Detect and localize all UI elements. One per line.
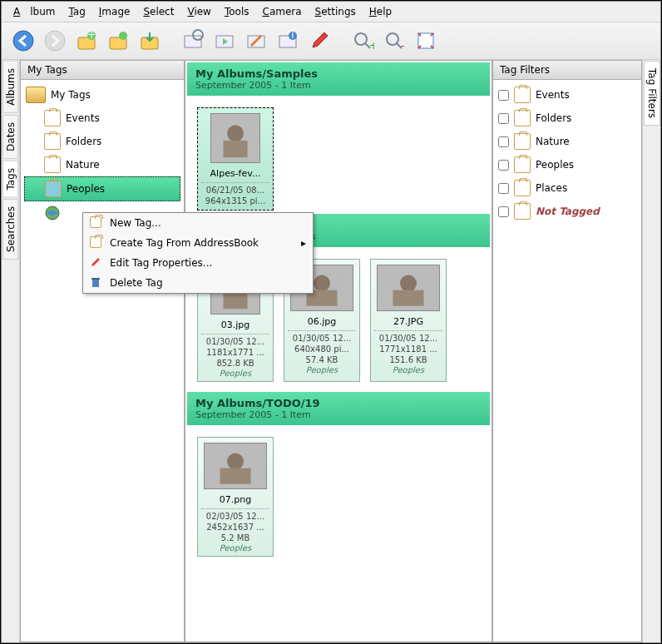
thumbnail-image (204, 443, 267, 489)
ctx-create-from-addressbook[interactable]: Create Tag From AddressBook ▸ (83, 233, 313, 253)
tag-icon (514, 110, 531, 126)
thumb-tag: Peoples (374, 365, 442, 374)
filter-places[interactable]: Places (496, 176, 638, 200)
globe-icon (44, 205, 61, 221)
thumb-tag: Peoples (201, 369, 269, 378)
fullscreen-button[interactable] (413, 27, 439, 54)
thumbnail[interactable]: Alpes-fev...06/21/05 08...964x1315 pi... (197, 107, 274, 211)
vtab-dates[interactable]: Dates (2, 115, 18, 159)
filter-folders[interactable]: Folders (496, 107, 638, 130)
back-button[interactable] (10, 27, 37, 54)
tag-filters-title: Tag Filters (493, 61, 641, 80)
menu-tag[interactable]: Tag (63, 4, 90, 19)
filter-checkbox[interactable] (498, 113, 509, 124)
filter-checkbox[interactable] (498, 206, 509, 217)
thumbnail-area[interactable]: My Albums/SamplesSeptember 2005 - 1 Item… (185, 60, 492, 642)
tag-context-menu: New Tag... Create Tag From AddressBook ▸… (82, 212, 314, 294)
tree-item-folders[interactable]: Folders (24, 130, 180, 153)
svg-point-33 (400, 275, 417, 292)
image-edit-button[interactable] (243, 27, 269, 54)
tag-icon (90, 236, 103, 250)
filter-checkbox[interactable] (498, 90, 509, 101)
menu-album[interactable]: Album (8, 4, 60, 19)
view-image-button[interactable] (180, 27, 206, 54)
album-subtitle: September 2005 - 1 Item (195, 409, 482, 420)
tree-item-nature[interactable]: Nature (24, 153, 180, 176)
tag-icon (44, 133, 61, 150)
ctx-edit-tag[interactable]: Edit Tag Properties... (83, 253, 313, 273)
new-album-button[interactable]: + (73, 27, 100, 54)
menu-camera[interactable]: Camera (257, 4, 306, 19)
forward-button[interactable] (42, 27, 68, 54)
filter-nottagged[interactable]: Not Tagged (496, 200, 638, 223)
tag-icon (90, 216, 103, 230)
tag-icon (514, 203, 531, 220)
import-button[interactable] (136, 27, 163, 54)
filter-peoples[interactable]: Peoples (496, 153, 638, 176)
menu-select[interactable]: Select (138, 4, 179, 19)
tags-tree[interactable]: My Tags Events Folders Nature Peoples (21, 80, 184, 642)
right-vertical-tabs: Tag Filters (642, 60, 660, 642)
trash-icon (90, 276, 103, 290)
svg-point-6 (119, 32, 127, 40)
svg-rect-28 (224, 292, 248, 309)
thumbnail-row: Alpes-fev...06/21/05 08...964x1315 pi... (187, 97, 490, 220)
ctx-delete-tag[interactable]: Delete Tag (83, 273, 313, 293)
thumb-name: 06.jpg (288, 315, 356, 329)
thumb-name: 27.JPG (374, 315, 442, 329)
tag-icon (44, 156, 61, 173)
svg-text:i: i (291, 29, 294, 41)
filter-checkbox[interactable] (498, 160, 509, 171)
filter-list: Events Folders Nature Peoples Places Not… (493, 80, 641, 642)
thumbnail[interactable]: 27.JPG01/30/05 12...1771x1181 ...151.6 K… (370, 259, 447, 382)
svg-point-0 (13, 31, 33, 51)
tag-icon (514, 180, 531, 196)
menu-help[interactable]: Help (364, 4, 397, 19)
pencil-button[interactable] (306, 27, 333, 54)
svg-point-24 (227, 125, 244, 141)
filter-checkbox[interactable] (498, 183, 509, 194)
toolbar: + i + - (2, 22, 660, 60)
svg-rect-39 (91, 278, 100, 280)
vtab-tag-filters[interactable]: Tag Filters (644, 61, 660, 126)
album-header: My Albums/SamplesSeptember 2005 - 1 Item (187, 62, 490, 96)
svg-rect-34 (393, 290, 424, 306)
menu-view[interactable]: View (182, 4, 215, 19)
menu-settings[interactable]: Settings (310, 4, 361, 19)
album-subtitle: September 2005 - 1 Item (195, 80, 482, 91)
tags-panel: My Tags My Tags Events Folders Nature Pe… (20, 60, 185, 642)
thumbnail-image (210, 113, 260, 163)
svg-text:+: + (87, 29, 96, 41)
tree-root[interactable]: My Tags (24, 83, 180, 107)
filter-checkbox[interactable] (498, 136, 509, 147)
vtab-searches[interactable]: Searches (2, 199, 18, 260)
zoom-out-button[interactable]: - (381, 27, 408, 54)
thumb-name: 03.jpg (201, 318, 269, 332)
filter-events[interactable]: Events (496, 83, 638, 107)
slideshow-button[interactable] (211, 27, 238, 54)
svg-point-18 (387, 33, 398, 45)
thumb-tag: Peoples (288, 365, 356, 374)
menu-image[interactable]: Image (94, 4, 136, 19)
thumb-meta: 01/30/05 12...1181x1771 ...852.8 KB (201, 334, 269, 369)
filter-nature[interactable]: Nature (496, 130, 638, 153)
tree-item-peoples[interactable]: Peoples (24, 176, 180, 201)
image-info-button[interactable]: i (274, 27, 301, 54)
vtab-tags[interactable]: Tags (2, 161, 18, 198)
tag-icon (44, 110, 61, 126)
svg-point-36 (227, 453, 244, 470)
svg-point-1 (45, 31, 65, 51)
thumbnail[interactable]: 07.png02/03/05 12...2452x1637 ...5.2 MBP… (197, 437, 274, 557)
submenu-arrow-icon: ▸ (301, 237, 306, 249)
svg-text:+: + (369, 40, 374, 52)
album-title: My Albums/TODO/19 (195, 397, 482, 409)
tag-icon (45, 181, 62, 197)
menu-tools[interactable]: Tools (220, 4, 254, 19)
tree-item-events[interactable]: Events (24, 107, 180, 130)
svg-point-15 (355, 33, 367, 45)
vtab-albums[interactable]: Albums (2, 61, 18, 113)
edit-album-button[interactable] (105, 27, 131, 54)
svg-text:-: - (401, 40, 404, 52)
ctx-new-tag[interactable]: New Tag... (83, 213, 313, 233)
zoom-in-button[interactable]: + (349, 27, 376, 54)
